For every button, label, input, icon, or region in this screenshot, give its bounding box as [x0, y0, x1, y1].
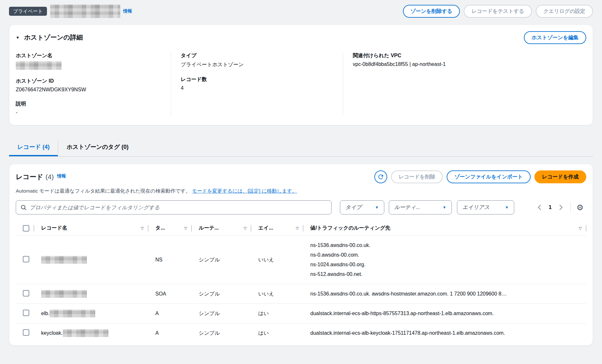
import-zone-file-button[interactable]: ゾーンファイルをインポート — [447, 170, 530, 183]
record-name-redacted — [63, 329, 108, 337]
tab-records[interactable]: レコード (4) — [9, 138, 58, 156]
record-routing-cell: シンプル — [192, 325, 251, 341]
record-filter-input[interactable] — [30, 205, 327, 211]
row-check-cell — [16, 251, 34, 268]
row-check-cell — [16, 285, 34, 303]
record-value-line: ns-0.awsdns-00.com. — [310, 250, 586, 260]
header-record-name[interactable]: レコード名▽ — [34, 221, 148, 235]
record-name-redacted — [50, 310, 95, 317]
row-check-cell — [16, 324, 34, 342]
zone-name-redacted — [50, 5, 120, 18]
row-checkbox[interactable] — [23, 256, 29, 262]
next-page-button[interactable] — [556, 203, 566, 212]
tab-bar: レコード (4) ホストゾーンのタグ (0) — [9, 138, 593, 157]
record-name-cell — [34, 285, 148, 303]
zone-id-label: ホストゾーン ID — [16, 78, 171, 85]
record-routing-cell: シンプル — [192, 252, 251, 268]
select-all-checkbox[interactable] — [23, 225, 29, 232]
record-name-cell: keycloak. — [34, 324, 148, 342]
records-title: レコード — [16, 172, 43, 181]
record-type-cell: NS — [148, 252, 192, 268]
query-log-button[interactable]: クエリログの設定 — [536, 5, 593, 18]
records-table-header: レコード名▽ タ...▽ ルーテ...▽ エイ...▽ 値/トラフィックのルーテ… — [16, 221, 586, 236]
current-page[interactable]: 1 — [545, 204, 555, 211]
routing-filter-label: ルーティ... — [394, 204, 420, 211]
record-value-line: dualstack.internal-ecs-alb-keycloak-1751… — [310, 328, 586, 338]
record-name-prefix: elb. — [41, 311, 50, 316]
create-record-button[interactable]: レコードを作成 — [534, 170, 587, 183]
record-type-cell: SOA — [148, 286, 192, 302]
type-filter-dropdown[interactable]: タイプ ▼ — [340, 200, 384, 214]
zone-info-link[interactable]: 情報 — [123, 8, 132, 14]
pager-divider — [570, 202, 571, 213]
refresh-button[interactable] — [374, 170, 387, 183]
record-value-cell: ns-1536.awsdns-00.co.uk. awsdns-hostmast… — [303, 284, 586, 304]
hosted-zone-details-panel: ▼ ホストゾーンの詳細 ホストゾーンを編集 ホストゾーン名 ホストゾーン ID … — [9, 24, 593, 125]
record-alias-cell: いいえ — [251, 286, 303, 302]
record-value-line: ns-1024.awsdns-00.org. — [310, 260, 586, 269]
row-checkbox[interactable] — [23, 329, 29, 336]
record-name-redacted — [41, 256, 87, 264]
record-type-cell: A — [148, 306, 192, 321]
details-column-3: 関連付けられた VPC vpc-0b8df4bba5bc18f55 | ap-n… — [343, 52, 586, 115]
prev-page-button[interactable] — [534, 203, 544, 212]
zone-id-value: Z06766472NWDGK9XY9NSW — [16, 87, 171, 93]
row-checkbox[interactable] — [23, 290, 29, 296]
record-name-cell — [34, 251, 148, 268]
delete-record-button[interactable]: レコードを削除 — [391, 170, 443, 183]
change-mode-link[interactable]: モードを変更するには、[設定] に移動します。 — [192, 188, 297, 194]
record-name-cell: elb. — [34, 305, 148, 322]
row-checkbox[interactable] — [23, 310, 29, 316]
details-expander[interactable]: ▼ ホストゾーンの詳細 — [16, 31, 83, 42]
record-value-line: dualstack.internal-ecs-alb-https-8575573… — [310, 309, 586, 318]
vpc-value: vpc-0b8df4bba5bc18f55 | ap-northeast-1 — [353, 61, 586, 67]
test-records-button[interactable]: レコードをテストする — [464, 5, 532, 18]
header-alias[interactable]: エイ...▽ — [251, 221, 303, 235]
record-value-line: ns-1536.awsdns-00.co.uk. awsdns-hostmast… — [310, 289, 586, 299]
expand-caret-icon: ▼ — [16, 35, 20, 40]
header-value[interactable]: 値/トラフィックのルーティング先▽ — [303, 221, 586, 235]
sort-icon: ▽ — [296, 226, 299, 231]
record-alias-cell: はい — [251, 325, 303, 341]
type-label: タイプ — [181, 52, 343, 59]
mode-description: Automatic モードは最適なフィルタ結果に最適化された現在の検索動作です。… — [16, 188, 586, 195]
description-value: - — [16, 110, 171, 115]
sort-icon: ▽ — [244, 226, 247, 231]
header-routing[interactable]: ルーテ...▽ — [192, 221, 251, 235]
header-record-name-label: レコード名 — [41, 225, 67, 232]
delete-zone-button[interactable]: ゾーンを削除する — [403, 5, 460, 18]
records-table-body: NS シンプル いいえ ns-1536.awsdns-00.co.uk.ns-0… — [16, 236, 586, 343]
record-value-cell: ns-1536.awsdns-00.co.uk.ns-0.awsdns-00.c… — [303, 236, 586, 284]
record-row: keycloak. A シンプル はい dualstack.internal-e… — [16, 323, 586, 343]
record-count-value: 4 — [181, 85, 343, 91]
header-value-label: 値/トラフィックのルーティング先 — [310, 225, 390, 232]
mode-text: Automatic モードは最適なフィルタ結果に最適化された現在の検索動作です。 — [16, 188, 191, 194]
preferences-gear-icon[interactable]: ⚙ — [577, 204, 586, 212]
records-info-link[interactable]: 情報 — [57, 173, 66, 179]
tab-hosted-zone-tags[interactable]: ホストゾーンのタグ (0) — [58, 138, 137, 156]
record-row: SOA シンプル いいえ ns-1536.awsdns-00.co.uk. aw… — [16, 284, 586, 304]
records-count: (4) — [45, 173, 54, 181]
zone-name-label: ホストゾーン名 — [16, 52, 171, 59]
record-routing-cell: シンプル — [192, 305, 251, 322]
record-filter-box — [16, 200, 332, 214]
row-check-cell — [16, 305, 34, 322]
record-routing-cell: シンプル — [192, 286, 251, 302]
header-routing-label: ルーテ... — [199, 225, 219, 232]
details-title: ホストゾーンの詳細 — [24, 33, 83, 42]
sort-icon: ▽ — [141, 226, 144, 231]
alias-filter-label: エイリアス — [462, 204, 489, 211]
alias-filter-dropdown[interactable]: エイリアス ▼ — [457, 200, 514, 214]
vpc-label: 関連付けられた VPC — [353, 52, 586, 59]
routing-filter-dropdown[interactable]: ルーティ... ▼ — [389, 200, 452, 214]
header-type[interactable]: タ...▽ — [148, 221, 192, 235]
description-label: 説明 — [16, 101, 171, 107]
edit-hosted-zone-button[interactable]: ホストゾーンを編集 — [524, 31, 586, 44]
record-row: NS シンプル いいえ ns-1536.awsdns-00.co.uk.ns-0… — [16, 236, 586, 284]
record-value-line: ns-512.awsdns-00.net. — [310, 269, 586, 279]
page-actions: ゾーンを削除する レコードをテストする クエリログの設定 — [403, 5, 593, 18]
filter-row: タイプ ▼ ルーティ... ▼ エイリアス ▼ 1 ⚙ — [16, 200, 586, 214]
type-filter-label: タイプ — [345, 204, 362, 211]
select-all-cell — [16, 221, 34, 235]
sort-icon: ▽ — [184, 226, 187, 231]
